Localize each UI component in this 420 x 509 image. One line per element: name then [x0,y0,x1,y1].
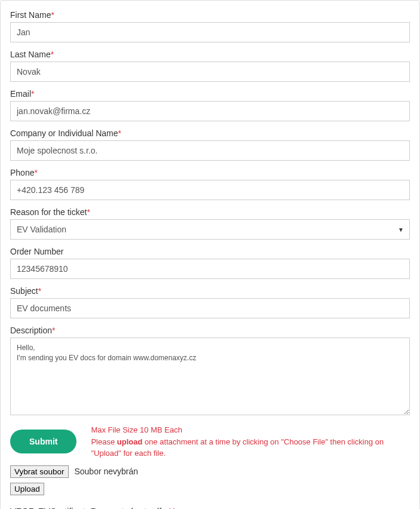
company-input[interactable] [10,140,410,161]
label-order-number-text: Order Number [10,247,63,256]
remove-file-button[interactable]: X [169,506,175,510]
field-description: Description* [10,326,410,417]
upload-note: Max File Size 10 MB Each Please upload o… [91,424,410,459]
subject-input[interactable] [10,298,410,318]
submit-row: Submit Max File Size 10 MB Each Please u… [10,424,410,459]
required-marker: * [87,207,90,217]
label-first-name-text: First Name [10,10,51,20]
required-marker: * [31,89,34,99]
label-last-name-text: Last Name [10,50,51,59]
file-status-text: Soubor nevybrán [74,467,138,476]
required-marker: * [38,286,41,296]
upload-note-line1: Max File Size 10 MB Each [91,424,410,436]
required-marker: * [51,10,54,20]
upload-note-line2-bold: upload [117,437,143,446]
first-name-input[interactable] [10,22,410,42]
email-input[interactable] [10,101,410,121]
uploaded-file-name: VZOR-EVCertificateRequest-short.pdf [10,506,161,510]
reason-select[interactable]: EV Validation [10,219,410,240]
label-subject: Subject* [10,286,410,296]
required-marker: * [52,326,55,335]
field-first-name: First Name* [10,10,410,42]
upload-button[interactable]: Upload [10,483,44,495]
label-company-text: Company or Individual Name [10,128,118,138]
required-marker: * [51,50,54,59]
upload-note-line2: Please upload one attachment at a time b… [91,436,410,459]
field-last-name: Last Name* [10,50,410,82]
label-company: Company or Individual Name* [10,128,410,138]
field-order-number: Order Number [10,247,410,279]
choose-file-button[interactable]: Vybrat soubor [10,465,69,478]
field-reason: Reason for the ticket* EV Validation ▼ [10,207,410,240]
label-description: Description* [10,326,410,335]
reason-select-wrap: EV Validation ▼ [10,219,410,240]
uploaded-files-list: VZOR-EVCertificateRequest-short.pdf X VZ… [10,505,410,510]
field-company: Company or Individual Name* [10,128,410,161]
label-email-text: Email [10,89,31,99]
field-subject: Subject* [10,286,410,318]
field-email: Email* [10,89,410,121]
field-phone: Phone* [10,168,410,200]
phone-input[interactable] [10,180,410,200]
label-order-number: Order Number [10,247,410,256]
label-email: Email* [10,89,410,99]
label-phone: Phone* [10,168,410,177]
label-last-name: Last Name* [10,50,410,59]
upload-note-line2-pre: Please [91,437,117,446]
label-description-text: Description [10,326,52,335]
required-marker: * [34,168,37,177]
label-phone-text: Phone [10,168,34,177]
label-reason-text: Reason for the ticket [10,207,87,217]
label-subject-text: Subject [10,286,38,296]
order-number-input[interactable] [10,259,410,279]
last-name-input[interactable] [10,62,410,82]
uploaded-file-item: VZOR-EVCertificateRequest-short.pdf X [10,505,410,510]
required-marker: * [118,128,121,138]
description-textarea[interactable] [10,338,410,415]
label-reason: Reason for the ticket* [10,207,410,217]
submit-button[interactable]: Submit [10,430,76,453]
ticket-form-card: First Name* Last Name* Email* Company or… [0,0,420,509]
label-first-name: First Name* [10,10,410,20]
upload-row: Upload [10,483,410,495]
choose-file-row: Vybrat soubor Soubor nevybrán [10,465,410,478]
